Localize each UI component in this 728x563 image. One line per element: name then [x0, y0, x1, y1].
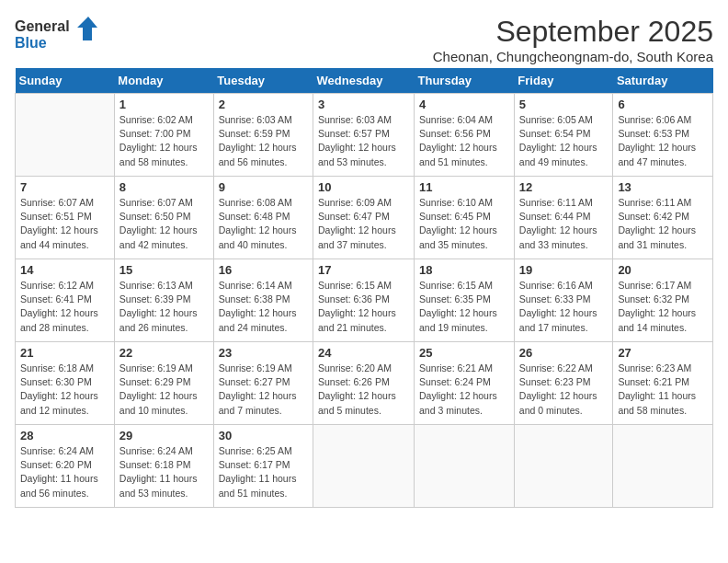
day-number: 16	[219, 263, 308, 277]
calendar-cell: 8Sunrise: 6:07 AMSunset: 6:50 PMDaylight…	[114, 177, 213, 259]
day-info: Sunrise: 6:24 AMSunset: 6:18 PMDaylight:…	[119, 444, 209, 500]
calendar-cell: 30Sunrise: 6:25 AMSunset: 6:17 PMDayligh…	[213, 425, 313, 508]
svg-text:General: General	[15, 18, 70, 34]
calendar-week-row: 1Sunrise: 6:02 AMSunset: 7:00 PMDaylight…	[16, 94, 713, 177]
svg-marker-2	[77, 17, 97, 40]
logo: General Blue	[15, 15, 97, 56]
calendar-cell: 22Sunrise: 6:19 AMSunset: 6:29 PMDayligh…	[114, 342, 213, 425]
title-area: September 2025 Cheonan, Chungcheongnam-d…	[433, 15, 713, 64]
calendar-cell: 11Sunrise: 6:10 AMSunset: 6:45 PMDayligh…	[415, 177, 515, 259]
day-info: Sunrise: 6:16 AMSunset: 6:33 PMDaylight:…	[519, 279, 609, 335]
calendar-cell: 9Sunrise: 6:08 AMSunset: 6:48 PMDaylight…	[213, 177, 313, 259]
day-number: 2	[219, 98, 308, 111]
calendar-cell: 16Sunrise: 6:14 AMSunset: 6:38 PMDayligh…	[213, 259, 313, 342]
day-header: Friday	[514, 68, 613, 94]
day-info: Sunrise: 6:18 AMSunset: 6:30 PMDaylight:…	[20, 362, 109, 418]
calendar-cell: 26Sunrise: 6:22 AMSunset: 6:23 PMDayligh…	[514, 342, 613, 425]
day-info: Sunrise: 6:22 AMSunset: 6:23 PMDaylight:…	[519, 362, 609, 418]
day-number: 8	[119, 180, 209, 194]
day-number: 18	[419, 263, 509, 277]
day-number: 15	[119, 263, 209, 277]
day-info: Sunrise: 6:15 AMSunset: 6:36 PMDaylight:…	[318, 279, 409, 335]
day-header: Sunday	[16, 68, 115, 94]
day-number: 12	[519, 180, 609, 194]
calendar-cell: 18Sunrise: 6:15 AMSunset: 6:35 PMDayligh…	[415, 259, 515, 342]
day-number: 11	[419, 180, 509, 194]
day-info: Sunrise: 6:20 AMSunset: 6:26 PMDaylight:…	[318, 362, 409, 418]
day-number: 10	[318, 180, 409, 194]
calendar-cell: 29Sunrise: 6:24 AMSunset: 6:18 PMDayligh…	[114, 425, 213, 508]
calendar-cell: 13Sunrise: 6:11 AMSunset: 6:42 PMDayligh…	[613, 177, 713, 259]
day-info: Sunrise: 6:06 AMSunset: 6:53 PMDaylight:…	[618, 113, 708, 169]
day-number: 19	[519, 263, 609, 277]
logo-svg: General Blue	[15, 15, 97, 56]
calendar-cell: 14Sunrise: 6:12 AMSunset: 6:41 PMDayligh…	[16, 259, 115, 342]
day-info: Sunrise: 6:08 AMSunset: 6:48 PMDaylight:…	[219, 196, 308, 252]
day-header: Thursday	[415, 68, 515, 94]
day-number: 25	[419, 346, 509, 360]
calendar-cell: 1Sunrise: 6:02 AMSunset: 7:00 PMDaylight…	[114, 94, 213, 177]
day-info: Sunrise: 6:11 AMSunset: 6:44 PMDaylight:…	[519, 196, 609, 252]
calendar-cell: 12Sunrise: 6:11 AMSunset: 6:44 PMDayligh…	[514, 177, 613, 259]
day-info: Sunrise: 6:07 AMSunset: 6:51 PMDaylight:…	[20, 196, 109, 252]
day-number: 6	[618, 98, 708, 111]
day-info: Sunrise: 6:04 AMSunset: 6:56 PMDaylight:…	[419, 113, 509, 169]
day-info: Sunrise: 6:19 AMSunset: 6:27 PMDaylight:…	[219, 362, 308, 418]
day-number: 17	[318, 263, 409, 277]
day-info: Sunrise: 6:05 AMSunset: 6:54 PMDaylight:…	[519, 113, 609, 169]
calendar-cell: 3Sunrise: 6:03 AMSunset: 6:57 PMDaylight…	[313, 94, 415, 177]
day-info: Sunrise: 6:21 AMSunset: 6:24 PMDaylight:…	[419, 362, 509, 418]
day-header: Saturday	[613, 68, 713, 94]
day-number: 4	[419, 98, 509, 111]
calendar-week-row: 28Sunrise: 6:24 AMSunset: 6:20 PMDayligh…	[16, 425, 713, 508]
calendar-cell: 7Sunrise: 6:07 AMSunset: 6:51 PMDaylight…	[16, 177, 115, 259]
day-header: Monday	[114, 68, 213, 94]
calendar-cell	[16, 94, 115, 177]
calendar-cell: 19Sunrise: 6:16 AMSunset: 6:33 PMDayligh…	[514, 259, 613, 342]
day-info: Sunrise: 6:09 AMSunset: 6:47 PMDaylight:…	[318, 196, 409, 252]
day-info: Sunrise: 6:24 AMSunset: 6:20 PMDaylight:…	[20, 444, 109, 500]
calendar-cell: 2Sunrise: 6:03 AMSunset: 6:59 PMDaylight…	[213, 94, 313, 177]
day-number: 22	[119, 346, 209, 360]
day-number: 28	[20, 429, 109, 442]
calendar-cell: 17Sunrise: 6:15 AMSunset: 6:36 PMDayligh…	[313, 259, 415, 342]
day-info: Sunrise: 6:03 AMSunset: 6:59 PMDaylight:…	[219, 113, 308, 169]
day-info: Sunrise: 6:23 AMSunset: 6:21 PMDaylight:…	[618, 362, 708, 418]
calendar-cell: 25Sunrise: 6:21 AMSunset: 6:24 PMDayligh…	[415, 342, 515, 425]
day-number: 27	[618, 346, 708, 360]
day-info: Sunrise: 6:25 AMSunset: 6:17 PMDaylight:…	[219, 444, 308, 500]
day-number: 29	[119, 429, 209, 442]
day-info: Sunrise: 6:11 AMSunset: 6:42 PMDaylight:…	[618, 196, 708, 252]
day-info: Sunrise: 6:07 AMSunset: 6:50 PMDaylight:…	[119, 196, 209, 252]
calendar-cell: 4Sunrise: 6:04 AMSunset: 6:56 PMDaylight…	[415, 94, 515, 177]
day-number: 20	[618, 263, 708, 277]
day-info: Sunrise: 6:17 AMSunset: 6:32 PMDaylight:…	[618, 279, 708, 335]
day-info: Sunrise: 6:13 AMSunset: 6:39 PMDaylight:…	[119, 279, 209, 335]
calendar-cell: 15Sunrise: 6:13 AMSunset: 6:39 PMDayligh…	[114, 259, 213, 342]
calendar-cell	[415, 425, 515, 508]
day-info: Sunrise: 6:12 AMSunset: 6:41 PMDaylight:…	[20, 279, 109, 335]
day-number: 14	[20, 263, 109, 277]
day-header: Tuesday	[213, 68, 313, 94]
calendar-cell: 24Sunrise: 6:20 AMSunset: 6:26 PMDayligh…	[313, 342, 415, 425]
day-info: Sunrise: 6:02 AMSunset: 7:00 PMDaylight:…	[119, 113, 209, 169]
day-info: Sunrise: 6:15 AMSunset: 6:35 PMDaylight:…	[419, 279, 509, 335]
day-number: 24	[318, 346, 409, 360]
day-number: 3	[318, 98, 409, 111]
day-number: 23	[219, 346, 308, 360]
calendar-week-row: 14Sunrise: 6:12 AMSunset: 6:41 PMDayligh…	[16, 259, 713, 342]
day-number: 21	[20, 346, 109, 360]
day-info: Sunrise: 6:14 AMSunset: 6:38 PMDaylight:…	[219, 279, 308, 335]
calendar-cell	[313, 425, 415, 508]
calendar-cell	[514, 425, 613, 508]
month-title: September 2025	[433, 15, 713, 49]
day-number: 13	[618, 180, 708, 194]
svg-text:Blue: Blue	[15, 35, 47, 51]
calendar-cell: 6Sunrise: 6:06 AMSunset: 6:53 PMDaylight…	[613, 94, 713, 177]
subtitle: Cheonan, Chungcheongnam-do, South Korea	[433, 49, 713, 64]
calendar-week-row: 21Sunrise: 6:18 AMSunset: 6:30 PMDayligh…	[16, 342, 713, 425]
calendar-cell: 28Sunrise: 6:24 AMSunset: 6:20 PMDayligh…	[16, 425, 115, 508]
calendar-cell: 23Sunrise: 6:19 AMSunset: 6:27 PMDayligh…	[213, 342, 313, 425]
day-info: Sunrise: 6:19 AMSunset: 6:29 PMDaylight:…	[119, 362, 209, 418]
calendar-week-row: 7Sunrise: 6:07 AMSunset: 6:51 PMDaylight…	[16, 177, 713, 259]
